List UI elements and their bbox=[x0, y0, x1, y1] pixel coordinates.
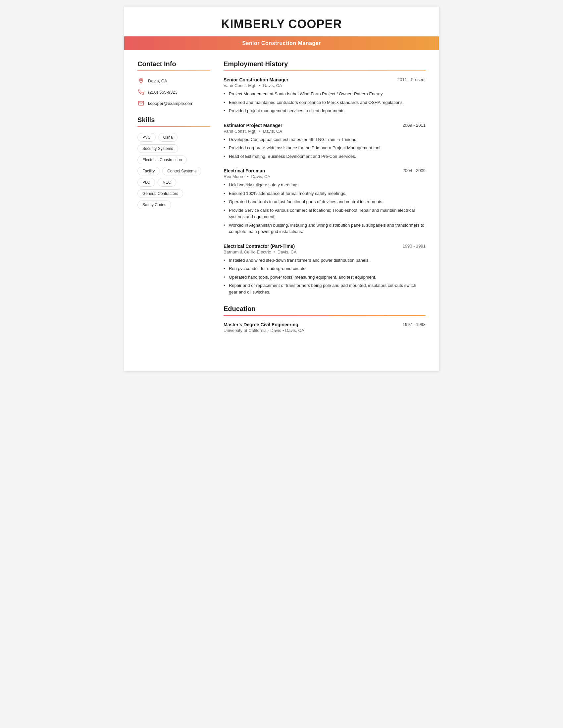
email-text: kcooper@example.com bbox=[148, 101, 193, 106]
header-section: KIMBERLY COOPER bbox=[124, 7, 439, 31]
employment-section: Employment History Senior Construction M… bbox=[223, 60, 426, 295]
skill-tag: PVC bbox=[137, 133, 156, 142]
job-company: Rex Moore • Davis, CA bbox=[223, 174, 426, 179]
list-item: Worked in Afghanistan building, installi… bbox=[223, 222, 426, 235]
edu-degree: Master's Degree Civil Engineering bbox=[223, 322, 299, 327]
contact-email: kcooper@example.com bbox=[137, 100, 210, 107]
list-item: Ensured 100% attendance at formal monthl… bbox=[223, 190, 426, 197]
sidebar: Contact Info Davis, CA bbox=[137, 60, 210, 338]
edu-container: Master's Degree Civil Engineering1997 - … bbox=[223, 322, 426, 333]
job-title: Electrical Contractor (Part-Time) bbox=[223, 244, 295, 249]
list-item: Installed and wired step-down transforme… bbox=[223, 257, 426, 264]
job-header: Electrical Foreman2004 - 2009 bbox=[223, 168, 426, 173]
svg-point-0 bbox=[140, 79, 142, 81]
jobs-container: Senior Construction Manager2011 - Presen… bbox=[223, 77, 426, 295]
skill-tags-container: PVCOshaSecurity SystemsElectrical Constr… bbox=[137, 133, 210, 209]
list-item: Provided corporate-wide assistance for t… bbox=[223, 145, 426, 151]
list-item: Provide Service calls to various commerc… bbox=[223, 207, 426, 220]
list-item: Hold weekly tailgate safety meetings. bbox=[223, 182, 426, 188]
skill-tag: Safety Codes bbox=[137, 201, 171, 209]
edu-header: Master's Degree Civil Engineering1997 - … bbox=[223, 322, 426, 327]
list-item: Head of Estimating, Business Development… bbox=[223, 153, 426, 160]
job-title: Estimator Project Manager bbox=[223, 123, 282, 128]
candidate-title: Senior Construction Manager bbox=[242, 40, 321, 46]
education-title: Education bbox=[223, 305, 426, 313]
employment-title: Employment History bbox=[223, 60, 426, 68]
phone-icon bbox=[137, 88, 145, 96]
employment-divider bbox=[223, 70, 426, 71]
list-item: Provided project management services to … bbox=[223, 108, 426, 114]
main-content: Employment History Senior Construction M… bbox=[223, 60, 426, 338]
job-bullets: Hold weekly tailgate safety meetings.Ens… bbox=[223, 182, 426, 235]
phone-text: (210) 555-9323 bbox=[148, 90, 177, 95]
job-title: Electrical Foreman bbox=[223, 168, 265, 173]
job-title: Senior Construction Manager bbox=[223, 77, 289, 82]
job-date: 2011 - Present bbox=[398, 77, 426, 82]
job-bullets: Developed Conceptual cost estimates for … bbox=[223, 136, 426, 160]
list-item: Project Management at Santa Isabel Wind … bbox=[223, 91, 426, 97]
skills-title: Skills bbox=[137, 116, 210, 124]
location-text: Davis, CA bbox=[148, 78, 167, 83]
list-item: Ensured and maintained contractors compl… bbox=[223, 99, 426, 106]
job-date: 2004 - 2009 bbox=[403, 168, 426, 173]
list-item: Run pvc conduit for underground circuts. bbox=[223, 265, 426, 272]
job-company: Vanir Const. Mgt. • Davis, CA bbox=[223, 83, 426, 88]
title-bar: Senior Construction Manager bbox=[124, 36, 439, 50]
skill-tag: Security Systems bbox=[137, 144, 178, 153]
edu-date: 1997 - 1998 bbox=[403, 322, 426, 327]
job-date: 1990 - 1991 bbox=[403, 244, 426, 249]
resume-container: KIMBERLY COOPER Senior Construction Mana… bbox=[124, 7, 439, 371]
job-bullets: Installed and wired step-down transforme… bbox=[223, 257, 426, 296]
education-divider bbox=[223, 315, 426, 316]
list-item: Operated hand tools, power tools, measur… bbox=[223, 274, 426, 281]
skill-tag: Electrical Construction bbox=[137, 156, 187, 164]
job-company: Barnum & Celillo Electric • Davis, CA bbox=[223, 250, 426, 254]
skill-tag: Osha bbox=[158, 133, 178, 142]
candidate-name: KIMBERLY COOPER bbox=[137, 17, 426, 31]
education-section: Education Master's Degree Civil Engineer… bbox=[223, 305, 426, 333]
skill-tag: Control Systems bbox=[162, 167, 201, 175]
skill-tag: Facility bbox=[137, 167, 160, 175]
contact-location: Davis, CA bbox=[137, 77, 210, 84]
list-item: Operated hand tools to adjust functional… bbox=[223, 199, 426, 205]
skill-tag: General Contractors bbox=[137, 189, 183, 198]
list-item: Repair and or replacement of transformer… bbox=[223, 282, 426, 295]
edu-entry: Master's Degree Civil Engineering1997 - … bbox=[223, 322, 426, 333]
contact-phone: (210) 555-9323 bbox=[137, 88, 210, 96]
job-entry: Estimator Project Manager2009 - 2011Vani… bbox=[223, 123, 426, 160]
skills-divider bbox=[137, 126, 210, 127]
list-item: Developed Conceptual cost estimates for … bbox=[223, 136, 426, 143]
skill-tag: PLC bbox=[137, 178, 155, 187]
job-company: Vanir Const. Mgt. • Davis, CA bbox=[223, 129, 426, 134]
body-container: Contact Info Davis, CA bbox=[124, 50, 439, 351]
skills-section: Skills PVCOshaSecurity SystemsElectrical… bbox=[137, 116, 210, 209]
job-header: Estimator Project Manager2009 - 2011 bbox=[223, 123, 426, 128]
job-entry: Electrical Foreman2004 - 2009Rex Moore •… bbox=[223, 168, 426, 235]
skill-tag: NEC bbox=[158, 178, 176, 187]
job-entry: Electrical Contractor (Part-Time)1990 - … bbox=[223, 244, 426, 296]
job-date: 2009 - 2011 bbox=[403, 123, 426, 128]
edu-school: University of California - Davis • Davis… bbox=[223, 328, 426, 333]
contact-divider bbox=[137, 70, 210, 71]
job-entry: Senior Construction Manager2011 - Presen… bbox=[223, 77, 426, 114]
job-header: Senior Construction Manager2011 - Presen… bbox=[223, 77, 426, 82]
location-icon bbox=[137, 77, 145, 84]
job-bullets: Project Management at Santa Isabel Wind … bbox=[223, 91, 426, 114]
email-icon bbox=[137, 100, 145, 107]
contact-section: Contact Info Davis, CA bbox=[137, 60, 210, 107]
job-header: Electrical Contractor (Part-Time)1990 - … bbox=[223, 244, 426, 249]
contact-title: Contact Info bbox=[137, 60, 210, 68]
